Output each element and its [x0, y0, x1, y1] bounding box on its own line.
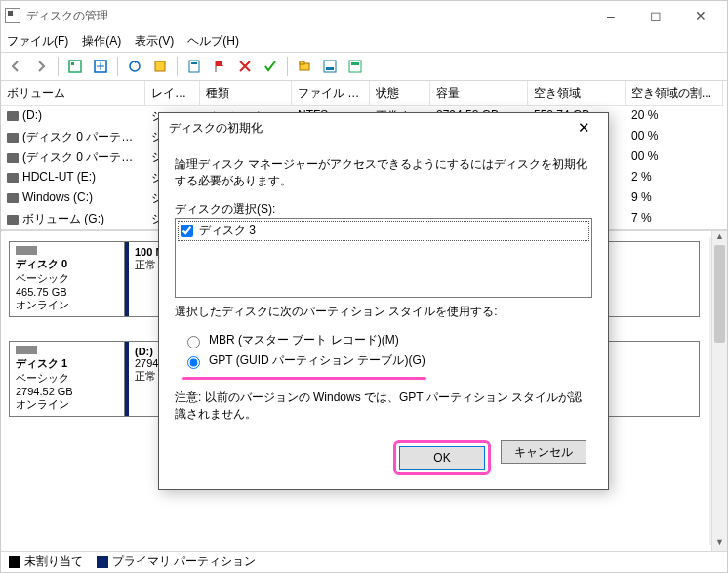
back-icon[interactable]	[5, 56, 26, 77]
volume-icon	[7, 193, 19, 203]
legend-primary: プライマリ パーティション	[112, 554, 256, 568]
dialog-message: 論理ディスク マネージャーがアクセスできるようにするにはディスクを初期化する必要…	[175, 156, 592, 189]
col-fs[interactable]: ファイル システム	[292, 81, 370, 106]
col-freepct[interactable]: 空き領域の割...	[626, 81, 723, 106]
partition-style-label: 選択したディスクに次のパーティション スタイルを使用する:	[175, 304, 592, 320]
volume-icon	[7, 133, 19, 143]
col-volume[interactable]: ボリューム	[1, 81, 145, 106]
toolbar-icon-d[interactable]	[294, 56, 315, 77]
minimize-button[interactable]: –	[588, 1, 633, 30]
toolbar	[1, 52, 727, 81]
scrollbar[interactable]: ▲ ▼	[711, 231, 727, 551]
check-icon[interactable]	[260, 56, 281, 77]
maximize-button[interactable]: ◻	[633, 1, 678, 30]
col-layout[interactable]: レイアウト	[145, 81, 200, 106]
gpt-highlight	[182, 377, 426, 380]
svg-rect-5	[189, 61, 199, 72]
dialog-titlebar: ディスクの初期化 ✕	[159, 113, 608, 143]
disk-info[interactable]: ディスク 0ベーシック465.75 GBオンライン	[10, 242, 125, 316]
legend: 未割り当て プライマリ パーティション	[1, 551, 727, 572]
col-status[interactable]: 状態	[370, 81, 430, 106]
svg-rect-9	[324, 61, 336, 72]
disk-select-item[interactable]: ディスク 3	[178, 221, 589, 241]
dialog-title: ディスクの初期化	[169, 120, 569, 137]
toolbar-icon-c[interactable]	[149, 56, 171, 77]
svg-rect-6	[191, 62, 197, 64]
svg-rect-4	[155, 61, 165, 71]
col-type[interactable]: 種類	[200, 81, 292, 106]
legend-swatch-unallocated	[9, 556, 20, 568]
svg-rect-1	[71, 62, 74, 65]
mbr-option[interactable]: MBR (マスター ブート レコード)(M)	[182, 332, 592, 348]
disk-select-list[interactable]: ディスク 3	[175, 218, 592, 298]
volume-icon	[7, 173, 19, 183]
toolbar-icon-b[interactable]	[90, 56, 111, 77]
disk3-checkbox[interactable]	[181, 225, 193, 237]
svg-rect-8	[300, 61, 304, 64]
disk-select-label: ディスクの選択(S):	[175, 201, 592, 218]
toolbar-icon-e[interactable]	[319, 56, 341, 77]
svg-rect-0	[69, 61, 81, 72]
refresh-icon[interactable]	[124, 56, 145, 77]
svg-rect-11	[349, 61, 361, 72]
delete-icon[interactable]	[234, 56, 256, 77]
svg-rect-10	[326, 67, 334, 70]
menu-view[interactable]: 表示(V)	[135, 33, 174, 50]
mbr-radio[interactable]	[187, 336, 200, 348]
cancel-button[interactable]: キャンセル	[501, 440, 586, 464]
menu-file[interactable]: ファイル(F)	[7, 33, 68, 50]
legend-unallocated: 未割り当て	[24, 554, 83, 568]
app-icon	[5, 8, 20, 23]
flag-icon[interactable]	[209, 56, 230, 77]
ok-highlight: OK	[393, 440, 491, 475]
gpt-option[interactable]: GPT (GUID パーティション テーブル)(G)	[182, 352, 592, 369]
scroll-thumb[interactable]	[714, 245, 725, 343]
menu-help[interactable]: ヘルプ(H)	[187, 33, 239, 50]
ok-button[interactable]: OK	[399, 446, 485, 470]
legend-swatch-primary	[97, 556, 108, 568]
disk-icon	[16, 246, 37, 255]
col-capacity[interactable]: 容量	[430, 81, 528, 106]
disk-icon	[16, 346, 37, 354]
titlebar: ディスクの管理 – ◻ ✕	[1, 1, 727, 30]
volume-icon	[7, 111, 19, 121]
close-button[interactable]: ✕	[678, 1, 723, 30]
scroll-up-icon[interactable]: ▲	[712, 231, 727, 245]
dialog-note: 注意: 以前のバージョンの Windows では、GPT パーティション スタイ…	[175, 389, 592, 423]
svg-rect-12	[351, 62, 359, 65]
volume-icon	[7, 215, 19, 225]
menu-action[interactable]: 操作(A)	[82, 33, 121, 50]
menubar: ファイル(F) 操作(A) 表示(V) ヘルプ(H)	[1, 30, 727, 52]
forward-icon[interactable]	[30, 56, 52, 77]
volume-icon	[7, 153, 19, 163]
toolbar-icon-f[interactable]	[344, 56, 366, 77]
window-title: ディスクの管理	[26, 8, 588, 24]
col-free[interactable]: 空き領域	[528, 81, 626, 106]
disk-info[interactable]: ディスク 1ベーシック2794.52 GBオンライン	[10, 342, 125, 416]
dialog-close-button[interactable]: ✕	[569, 119, 598, 137]
toolbar-icon-a[interactable]	[64, 56, 86, 77]
disk3-label: ディスク 3	[199, 223, 256, 239]
properties-icon[interactable]	[183, 56, 205, 77]
init-disk-dialog: ディスクの初期化 ✕ 論理ディスク マネージャーがアクセスできるようにするにはデ…	[158, 112, 609, 490]
gpt-radio[interactable]	[187, 356, 200, 369]
grid-header-row: ボリューム レイアウト 種類 ファイル システム 状態 容量 空き領域 空き領域…	[1, 81, 727, 106]
scroll-down-icon[interactable]: ▼	[712, 537, 727, 551]
